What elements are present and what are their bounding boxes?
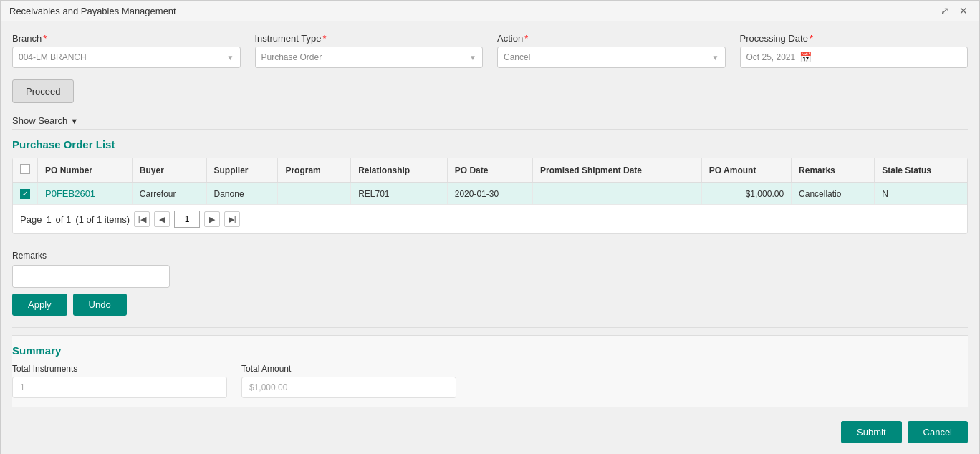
total-amount-value: $1,000.00 [241, 377, 456, 398]
cell-supplier: Danone [206, 183, 278, 205]
processing-date-required: * [810, 33, 813, 44]
cell-buyer: Carrefour [132, 183, 206, 205]
action-select[interactable]: Cancel ▼ [497, 47, 726, 68]
col-promised-shipment-date: Promised Shipment Date [532, 158, 701, 183]
title-bar-controls: ⤢ ✕ [938, 5, 971, 16]
total-amount-field: Total Amount $1,000.00 [241, 364, 456, 398]
col-buyer: Buyer [132, 158, 206, 183]
close-button[interactable]: ✕ [956, 5, 971, 16]
total-amount-label: Total Amount [241, 364, 456, 374]
window-title: Receivables and Payables Management [9, 6, 176, 16]
header-checkbox-cell [13, 158, 38, 183]
show-search-toggle[interactable]: Show Search ▼ [12, 112, 968, 130]
select-all-checkbox[interactable] [20, 164, 30, 174]
show-search-arrow-icon: ▼ [70, 117, 78, 125]
row-checkbox-cell: ✓ [13, 183, 38, 205]
action-required: * [524, 33, 528, 44]
processing-date-label: Processing Date* [740, 33, 969, 44]
footer-buttons: Submit Cancel [12, 415, 968, 443]
branch-field: Branch* 004-LM BRANCH ▼ [12, 33, 241, 68]
form-row: Branch* 004-LM BRANCH ▼ Instrument Type*… [12, 33, 968, 68]
table-header-row: PO Number Buyer Supplier Program Relatio… [13, 158, 967, 183]
title-bar: Receivables and Payables Management ⤢ ✕ [1, 1, 979, 21]
page-label: Page [20, 214, 42, 225]
instrument-type-required: * [322, 33, 326, 44]
instrument-type-field: Instrument Type* Purchase Order ▼ [255, 33, 484, 68]
cancel-button[interactable]: Cancel [908, 421, 968, 443]
col-po-amount: PO Amount [701, 158, 791, 183]
page-number-input[interactable] [174, 211, 200, 228]
col-relationship: Relationship [351, 158, 448, 183]
divider-2 [12, 327, 968, 328]
cell-promised-shipment-date [532, 183, 701, 205]
cell-program [278, 183, 351, 205]
page-items-label: (1 of 1 items) [75, 214, 130, 225]
processing-date-input[interactable]: Oct 25, 2021 📅 [740, 47, 969, 68]
apply-button[interactable]: Apply [12, 294, 67, 316]
instrument-type-value: Purchase Order [261, 52, 322, 62]
total-instruments-label: Total Instruments [12, 364, 227, 374]
col-po-number: PO Number [38, 158, 133, 183]
prev-page-button[interactable]: ◀ [154, 211, 170, 227]
po-table: PO Number Buyer Supplier Program Relatio… [13, 158, 967, 205]
row-checkbox[interactable]: ✓ [20, 189, 30, 199]
col-remarks: Remarks [792, 158, 875, 183]
action-arrow-icon: ▼ [712, 54, 719, 62]
cell-po-amount: $1,000.00 [701, 183, 791, 205]
branch-label: Branch* [12, 33, 241, 44]
cell-remarks: Cancellatio [792, 183, 875, 205]
submit-button[interactable]: Submit [841, 421, 901, 443]
pagination: Page 1 of 1 (1 of 1 items) |◀ ◀ ▶ ▶| [13, 205, 967, 233]
action-field: Action* Cancel ▼ [497, 33, 726, 68]
po-number-link[interactable]: P0FEB2601 [45, 188, 95, 199]
remarks-label: Remarks [12, 251, 968, 261]
content-area: Branch* 004-LM BRANCH ▼ Instrument Type*… [1, 21, 979, 454]
main-window: Receivables and Payables Management ⤢ ✕ … [0, 0, 980, 454]
remarks-input[interactable] [12, 265, 170, 288]
cell-po-date: 2020-01-30 [447, 183, 532, 205]
show-search-label: Show Search [12, 115, 67, 126]
col-po-date: PO Date [447, 158, 532, 183]
col-supplier: Supplier [206, 158, 278, 183]
divider-1 [12, 243, 968, 243]
next-page-button[interactable]: ▶ [204, 211, 220, 227]
remarks-section: Remarks Apply Undo [12, 251, 968, 316]
undo-button[interactable]: Undo [73, 294, 127, 316]
branch-required: * [43, 33, 47, 44]
col-stale-status: Stale Status [875, 158, 967, 183]
branch-arrow-icon: ▼ [227, 54, 234, 62]
processing-date-field: Processing Date* Oct 25, 2021 📅 [740, 33, 969, 68]
calendar-icon: 📅 [799, 52, 812, 63]
cell-po-number: P0FEB2601 [38, 183, 133, 205]
summary-section: Summary Total Instruments 1 Total Amount… [12, 335, 968, 407]
total-instruments-field: Total Instruments 1 [12, 364, 227, 398]
instrument-type-arrow-icon: ▼ [469, 54, 476, 62]
cell-relationship: REL701 [351, 183, 448, 205]
action-label: Action* [497, 33, 726, 44]
processing-date-value: Oct 25, 2021 [746, 52, 796, 62]
page-of-label: of 1 [56, 214, 72, 225]
action-value: Cancel [504, 52, 530, 62]
table-row: ✓ P0FEB2601 Carrefour Danone REL701 2020… [13, 183, 967, 205]
instrument-type-label: Instrument Type* [255, 33, 484, 44]
purchase-order-list-section: Purchase Order List PO Number Buyer Supp… [12, 138, 968, 234]
first-page-button[interactable]: |◀ [134, 211, 150, 227]
cell-stale-status: N [875, 183, 967, 205]
instrument-type-select[interactable]: Purchase Order ▼ [255, 47, 484, 68]
last-page-button[interactable]: ▶| [224, 211, 240, 227]
expand-button[interactable]: ⤢ [938, 5, 952, 16]
branch-select[interactable]: 004-LM BRANCH ▼ [12, 47, 241, 68]
po-table-container: PO Number Buyer Supplier Program Relatio… [12, 158, 968, 234]
branch-value: 004-LM BRANCH [19, 52, 87, 62]
summary-title: Summary [12, 344, 968, 357]
total-instruments-value: 1 [12, 377, 227, 398]
page-current: 1 [46, 214, 51, 225]
po-list-title: Purchase Order List [12, 138, 968, 150]
summary-row: Total Instruments 1 Total Amount $1,000.… [12, 364, 968, 398]
proceed-button[interactable]: Proceed [12, 79, 74, 103]
remarks-buttons: Apply Undo [12, 294, 968, 316]
col-program: Program [278, 158, 351, 183]
